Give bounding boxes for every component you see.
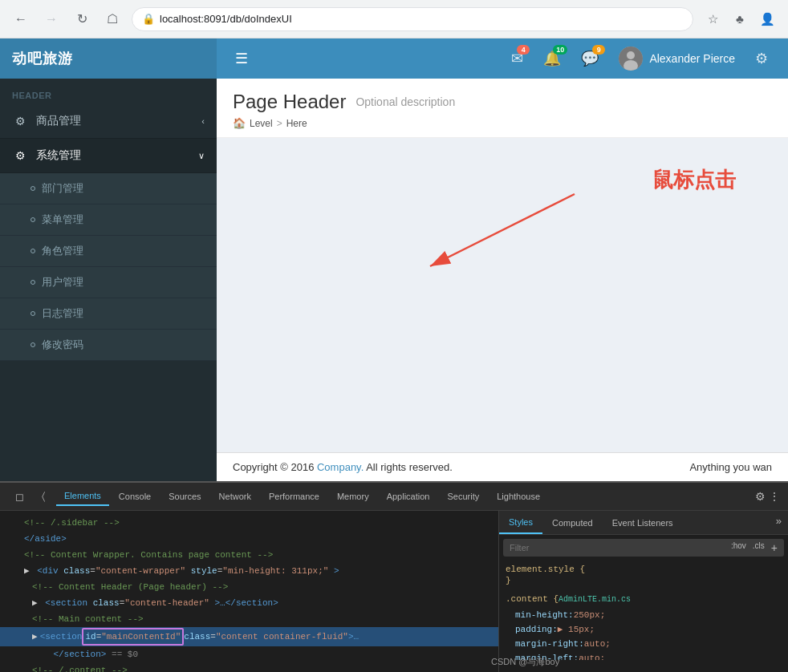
reload-button[interactable]: ↻: [71, 8, 93, 30]
styles-filter-input[interactable]: [510, 543, 670, 553]
styles-tab-styles[interactable]: Styles: [499, 511, 542, 534]
styles-tab-computed[interactable]: Computed: [542, 511, 603, 534]
devtools-settings-icon[interactable]: ⚙: [755, 490, 766, 503]
page-title-text: Page Header: [233, 91, 346, 113]
top-navbar: 动吧旅游 ☰ ✉ 4 🔔 10 💬 9: [0, 38, 788, 79]
devtools-inspect-button[interactable]: ◻: [8, 485, 30, 508]
add-style-btn[interactable]: +: [771, 541, 778, 554]
department-dot: [30, 186, 35, 191]
sidebar-sub-role[interactable]: 角色管理: [0, 236, 217, 267]
devtools-content: <!-- /.sidebar --> </aside> <!-- Content…: [0, 511, 788, 672]
breadcrumb-here: Here: [286, 118, 307, 129]
page-header-section: Page Header Optional description 🏠 Level…: [217, 79, 788, 138]
user-profile-button[interactable]: 👤: [756, 8, 778, 30]
devtools-tab-memory[interactable]: Memory: [329, 488, 377, 505]
system-icon: ⚙: [12, 149, 28, 162]
chat-button[interactable]: 💬 9: [573, 43, 607, 74]
sidebar-sub-department[interactable]: 部门管理: [0, 173, 217, 204]
content-area: 鼠标点击: [217, 138, 788, 452]
devtools-tab-application[interactable]: Application: [379, 488, 438, 505]
annotation-text: 鼠标点击: [652, 166, 736, 194]
elem-line-4: ▶ <div class="content-wrapper" style="mi…: [0, 563, 498, 579]
user-dot: [30, 280, 35, 285]
footer-copyright: Copyright © 2016 Company. All rights res…: [233, 461, 453, 473]
svg-point-1: [627, 51, 635, 59]
url-text: localhost:8091/db/doIndexUI: [160, 13, 292, 25]
extensions-button[interactable]: ♣: [729, 8, 751, 30]
bookmark-button[interactable]: ☆: [701, 8, 724, 30]
styles-tabs: Styles Computed Event Listeners »: [499, 511, 788, 535]
devtools-tab-performance[interactable]: Performance: [261, 488, 327, 505]
devtools-tab-lighthouse[interactable]: Lighthouse: [489, 488, 548, 505]
navbar-right: ☰ ✉ 4 🔔 10 💬 9: [217, 43, 788, 75]
elem-line-9: </section> == $0: [0, 646, 498, 662]
devtools-tab-network[interactable]: Network: [211, 488, 259, 505]
bell-button[interactable]: 🔔 10: [535, 43, 569, 74]
avatar: [619, 47, 643, 71]
page-subtitle: Optional description: [355, 95, 455, 108]
devtools-tab-security[interactable]: Security: [439, 488, 487, 505]
home-button[interactable]: ☖: [101, 8, 124, 30]
styles-tab-more[interactable]: »: [770, 511, 788, 534]
sidebar-section-label: HEADER: [0, 79, 217, 104]
elem-line-2: </aside>: [0, 531, 498, 547]
sidebar-item-goods[interactable]: ⚙ 商品管理 ‹: [0, 104, 217, 139]
sidebar-sub-log-label: 日志管理: [42, 306, 83, 321]
breadcrumb-level: Level: [250, 118, 273, 129]
svg-line-4: [430, 194, 575, 266]
sidebar-sub-log[interactable]: 日志管理: [0, 298, 217, 330]
devtools-more-icon[interactable]: ⋮: [769, 490, 780, 503]
sidebar-sub-password-label: 修改密码: [42, 338, 83, 352]
devtools-tab-console[interactable]: Console: [111, 488, 159, 505]
sidebar-sub-department-label: 部门管理: [42, 181, 83, 196]
devtools-device-button[interactable]: 〈: [32, 485, 55, 508]
menu-toggle-button[interactable]: ☰: [229, 43, 254, 74]
password-dot: [30, 342, 35, 347]
content-selector: .content {: [506, 593, 559, 605]
lock-icon: 🔒: [142, 13, 155, 25]
styles-body: element.style { } .content { AdminLTE.mi…: [499, 561, 788, 660]
styles-tab-event-listeners[interactable]: Event Listeners: [603, 511, 683, 534]
sidebar: HEADER ⚙ 商品管理 ‹ ⚙ 系统管理 ∨ 部门管理 菜单管理: [0, 79, 217, 481]
styles-filter-actions: :hov .cls +: [731, 541, 778, 554]
footer-right-text: Anything you wan: [689, 461, 772, 473]
settings-button[interactable]: ⚙: [747, 43, 776, 74]
sidebar-item-system-label: 系统管理: [36, 148, 81, 163]
home-icon: 🏠: [233, 117, 246, 129]
brand-text: 动吧旅游: [12, 49, 73, 68]
gear-icon: ⚙: [755, 51, 768, 67]
navbar-icons: ✉ 4 🔔 10 💬 9: [503, 43, 776, 75]
elements-panel: <!-- /.sidebar --> </aside> <!-- Content…: [0, 511, 499, 672]
sidebar-sub-user-label: 用户管理: [42, 275, 83, 289]
address-bar: 🔒 localhost:8091/db/doIndexUI: [132, 7, 693, 31]
sidebar-sub-menu[interactable]: 菜单管理: [0, 204, 217, 236]
styles-filter: :hov .cls +: [503, 539, 784, 557]
hov-btn[interactable]: :hov: [731, 541, 746, 554]
browser-actions: ☆ ♣ 👤: [701, 8, 778, 30]
back-button[interactable]: ←: [10, 8, 32, 30]
main-footer: Copyright © 2016 Company. All rights res…: [217, 452, 788, 481]
email-button[interactable]: ✉ 4: [503, 43, 531, 74]
style-min-height: min-height: 250px;: [506, 608, 782, 622]
elem-line-8-highlighted[interactable]: ▶ <section id="mainContentId" class="con…: [0, 627, 498, 646]
cls-btn[interactable]: .cls: [753, 541, 765, 554]
forward-button[interactable]: →: [40, 8, 63, 30]
app-container: 动吧旅游 ☰ ✉ 4 🔔 10 💬 9: [0, 38, 788, 672]
footer-link[interactable]: Company.: [317, 461, 364, 473]
style-padding: padding: ▶ 15px;: [506, 622, 782, 637]
devtools-tab-elements[interactable]: Elements: [56, 487, 109, 506]
sidebar-sub-password[interactable]: 修改密码: [0, 330, 217, 361]
browser-chrome: ← → ↻ ☖ 🔒 localhost:8091/db/doIndexUI ☆ …: [0, 0, 788, 38]
user-area[interactable]: Alexander Pierce: [611, 43, 743, 75]
sidebar-sub-menu-label: 菜单管理: [42, 213, 83, 227]
brand-area: 动吧旅游: [0, 38, 217, 79]
sidebar-sub-user[interactable]: 用户管理: [0, 267, 217, 298]
style-rule-content: .content { AdminLTE.min.cs min-height: 2…: [506, 592, 782, 660]
page-header-title: Page Header Optional description: [233, 91, 772, 113]
elem-line-5: <!-- Content Header (Page header) -->: [0, 579, 498, 595]
sidebar-item-system[interactable]: ⚙ 系统管理 ∨: [0, 139, 217, 173]
chat-badge: 9: [592, 45, 605, 55]
devtools-tab-sources[interactable]: Sources: [160, 488, 209, 505]
elem-line-6: ▶ <section class="content-header" >…</se…: [0, 595, 498, 611]
content-wrapper-outer: HEADER ⚙ 商品管理 ‹ ⚙ 系统管理 ∨ 部门管理 菜单管理: [0, 79, 788, 481]
